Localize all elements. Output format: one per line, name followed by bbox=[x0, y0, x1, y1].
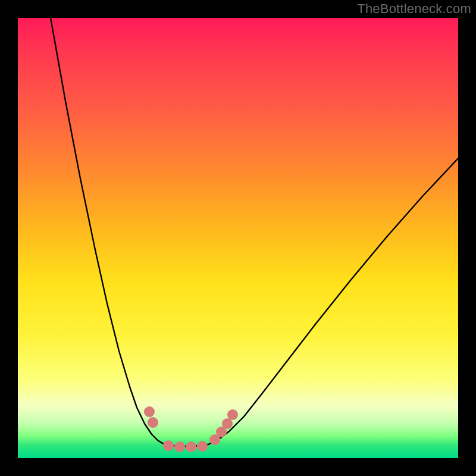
trough-marker bbox=[148, 417, 158, 428]
series-group bbox=[51, 18, 458, 446]
trough-marker bbox=[186, 441, 196, 452]
curves-svg bbox=[18, 18, 458, 458]
plot-area bbox=[18, 18, 458, 458]
trough-marker bbox=[197, 441, 208, 452]
series-right-curve bbox=[208, 158, 458, 444]
trough-marker bbox=[227, 409, 238, 420]
marker-group bbox=[144, 406, 238, 452]
series-left-curve bbox=[51, 18, 167, 444]
trough-marker bbox=[163, 440, 174, 451]
watermark-text: TheBottleneck.com bbox=[357, 1, 471, 17]
chart-frame: TheBottleneck.com bbox=[0, 0, 476, 476]
trough-marker bbox=[222, 418, 233, 429]
trough-marker bbox=[144, 406, 155, 417]
trough-marker bbox=[174, 441, 185, 452]
